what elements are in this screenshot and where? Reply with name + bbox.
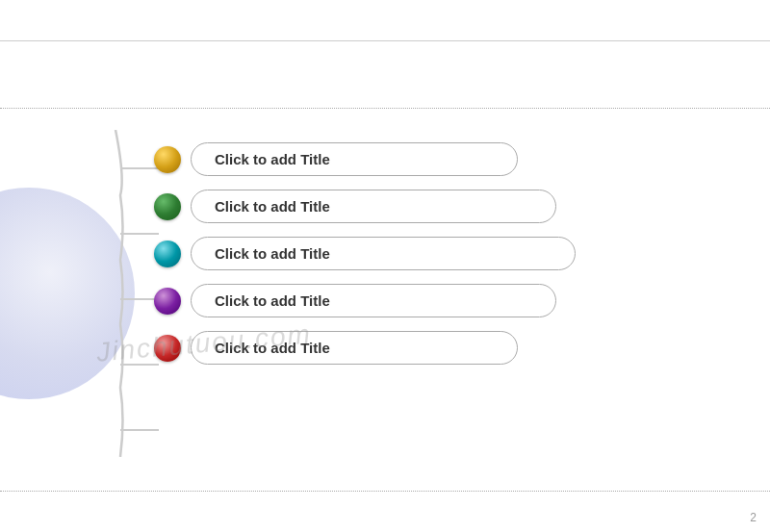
title-box-3[interactable]: Click to add Title bbox=[191, 237, 576, 270]
page-number: 2 bbox=[750, 511, 757, 524]
title-box-5[interactable]: Click to add Title bbox=[191, 331, 518, 365]
title-box-4[interactable]: Click to add Title bbox=[191, 284, 556, 317]
bullet-3 bbox=[154, 241, 181, 267]
bullet-4 bbox=[154, 288, 181, 315]
title-box-1[interactable]: Click to add Title bbox=[191, 142, 518, 176]
bullet-2 bbox=[154, 193, 181, 220]
dotted-line-top bbox=[0, 108, 770, 109]
title-box-2[interactable]: Click to add Title bbox=[191, 190, 556, 223]
bullet-1 bbox=[154, 146, 181, 173]
mind-map-items: Click to add Title Click to add Title Cl… bbox=[154, 142, 576, 365]
dotted-line-bottom bbox=[0, 491, 770, 492]
map-item-2: Click to add Title bbox=[154, 190, 576, 223]
map-item-5: Click to add Title bbox=[154, 331, 576, 365]
map-item-1: Click to add Title bbox=[154, 142, 576, 176]
central-circle bbox=[0, 188, 135, 399]
map-item-3: Click to add Title bbox=[154, 237, 576, 270]
map-item-4: Click to add Title bbox=[154, 284, 576, 317]
bullet-5 bbox=[154, 335, 181, 362]
top-separator-line bbox=[0, 40, 770, 41]
